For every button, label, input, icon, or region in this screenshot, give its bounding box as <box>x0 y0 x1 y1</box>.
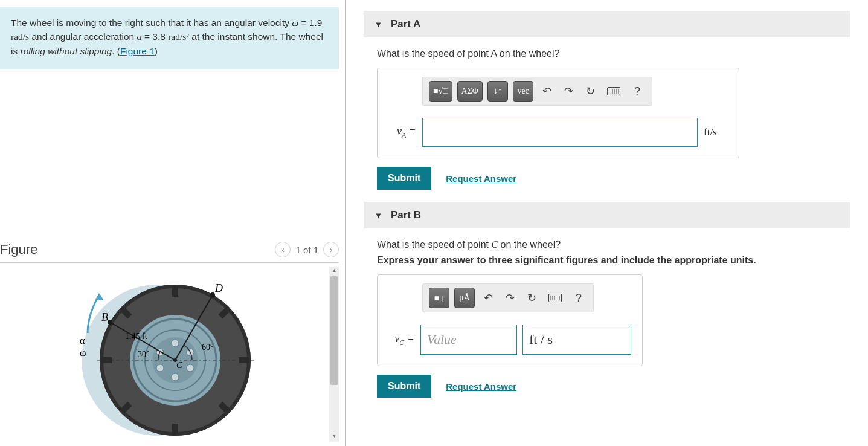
keyboard-icon <box>548 294 562 302</box>
label-radius: 1.45 ft <box>125 332 147 341</box>
part-a-unit: ft/s <box>704 126 728 138</box>
figure-next-button[interactable]: › <box>323 242 339 257</box>
scroll-up-icon[interactable]: ▴ <box>329 267 339 276</box>
figure-title: Figure <box>0 242 37 257</box>
keyboard-button[interactable] <box>603 83 624 100</box>
omega-eq: = 1.9 <box>298 18 322 28</box>
part-b-submit-button[interactable]: Submit <box>377 375 431 398</box>
alpha-eq: = 3.8 <box>142 31 169 42</box>
templates-button[interactable]: ■√□ <box>429 81 452 102</box>
label-D: D <box>214 282 223 294</box>
reset-button[interactable]: ↻ <box>582 83 599 100</box>
alpha-unit: rad/s² <box>168 31 189 42</box>
part-b-q-var: C <box>491 239 498 250</box>
label-30: 30° <box>138 350 150 359</box>
keyboard-icon <box>607 87 620 95</box>
part-a-title: Part A <box>391 18 420 30</box>
part-b-header[interactable]: ▼ Part B <box>364 202 850 228</box>
figure-nav-text: 1 of 1 <box>295 245 318 255</box>
label-alpha: α <box>80 335 85 346</box>
part-a-request-answer-link[interactable]: Request Answer <box>446 173 516 184</box>
redo-button[interactable]: ↷ <box>560 83 577 100</box>
figure-canvas: B D C 1.45 ft 30° 60° α ω <box>0 267 329 442</box>
part-b-request-answer-link[interactable]: Request Answer <box>446 381 516 392</box>
problem-text-mid: and angular acceleration <box>29 31 137 42</box>
part-b-answer-box: ■▯ μÅ ↶ ↷ ↻ ? vC = <box>377 274 643 366</box>
figure-scrollbar[interactable]: ▴ ▾ <box>329 267 339 442</box>
problem-emph: rolling without slipping <box>21 46 112 56</box>
part-b-var-label: vC = <box>388 332 414 347</box>
scroll-down-icon[interactable]: ▾ <box>329 432 339 442</box>
undo-button[interactable]: ↶ <box>538 83 555 100</box>
redo-button[interactable]: ↷ <box>501 289 518 306</box>
greek-button[interactable]: ΑΣΦ <box>457 81 483 102</box>
svg-point-26 <box>210 292 215 297</box>
svg-point-25 <box>108 320 112 325</box>
label-60: 60° <box>202 343 214 352</box>
label-B: B <box>101 311 108 323</box>
label-C: C <box>176 360 183 370</box>
part-a-answer-box: ■√□ ΑΣΦ ↓↑ vec ↶ ↷ ↻ ? vA = ft/s <box>377 68 739 158</box>
collapse-icon: ▼ <box>375 20 382 29</box>
part-a-toolbar: ■√□ ΑΣΦ ↓↑ vec ↶ ↷ ↻ ? <box>422 77 652 106</box>
help-button[interactable]: ? <box>570 289 587 306</box>
figure-link[interactable]: Figure 1 <box>120 46 155 56</box>
vec-button[interactable]: vec <box>513 81 533 102</box>
help-button[interactable]: ? <box>629 83 646 100</box>
subsup-button[interactable]: ↓↑ <box>487 81 508 102</box>
omega-unit: rad/s <box>11 31 29 42</box>
units-button[interactable]: μÅ <box>454 288 475 308</box>
part-b-title: Part B <box>391 209 421 221</box>
problem-text-end: . ( <box>112 46 120 56</box>
part-b-q-post: on the wheel? <box>498 239 561 250</box>
part-a-submit-button[interactable]: Submit <box>377 167 431 190</box>
svg-point-18 <box>187 364 194 372</box>
part-a-header[interactable]: ▼ Part A <box>364 11 850 37</box>
part-b-subtext: Express your answer to three significant… <box>364 255 850 266</box>
part-b-value-input[interactable] <box>420 325 517 355</box>
reset-button[interactable]: ↻ <box>523 289 540 306</box>
part-b-q-pre: What is the speed of point <box>377 239 491 250</box>
label-omega: ω <box>80 347 86 358</box>
collapse-icon: ▼ <box>375 211 382 220</box>
part-b-question: What is the speed of point C on the whee… <box>364 239 850 250</box>
paren-close: ) <box>155 46 158 56</box>
keyboard-button[interactable] <box>545 289 565 306</box>
problem-text: The wheel is moving to the right such th… <box>11 18 292 28</box>
part-a-var-label: vA = <box>388 125 416 140</box>
part-b-toolbar: ■▯ μÅ ↶ ↷ ↻ ? <box>422 283 594 312</box>
part-a-question: What is the speed of point A on the whee… <box>364 48 850 59</box>
undo-button[interactable]: ↶ <box>480 289 497 306</box>
svg-point-16 <box>172 340 179 347</box>
problem-statement: The wheel is moving to the right such th… <box>0 7 339 69</box>
omega-symbol: ω <box>292 18 298 28</box>
part-a-answer-input[interactable] <box>422 118 698 147</box>
alpha-symbol: α <box>137 31 142 42</box>
wheel-diagram: B D C 1.45 ft 30° 60° α ω <box>66 273 272 446</box>
figure-prev-button[interactable]: ‹ <box>275 242 291 257</box>
svg-point-20 <box>156 364 164 372</box>
templates-button[interactable]: ■▯ <box>429 288 449 308</box>
scroll-thumb[interactable] <box>330 276 338 385</box>
svg-point-19 <box>172 373 179 381</box>
part-b-unit-input[interactable] <box>522 325 631 355</box>
